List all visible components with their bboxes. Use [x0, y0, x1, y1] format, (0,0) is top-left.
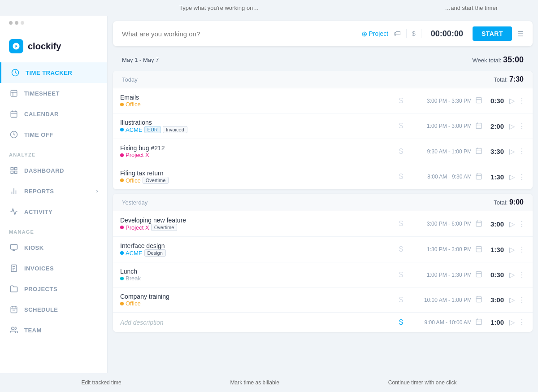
sidebar-label-activity: ACTIVITY: [24, 209, 52, 215]
calendar-icon-btn[interactable]: [475, 318, 482, 327]
sidebar-item-time-tracker[interactable]: TIME TRACKER: [0, 62, 107, 83]
sidebar-item-time-off[interactable]: TIME OFF: [0, 124, 107, 145]
sidebar-item-schedule[interactable]: SCHEDULE: [0, 299, 107, 320]
window-dot-2: [15, 21, 18, 25]
entry-project: Project X: [120, 152, 395, 158]
sidebar-item-calendar[interactable]: CALENDAR: [0, 104, 107, 124]
team-icon: [9, 325, 19, 335]
week-header: May 1 - May 7 Week total: 35:00: [113, 51, 533, 69]
entry-project: ACME EUR Invoiced: [120, 126, 395, 133]
calendar-icon-btn[interactable]: [475, 245, 482, 254]
more-icon[interactable]: ⋮: [518, 96, 525, 105]
billable-icon[interactable]: $: [399, 122, 403, 130]
play-icon[interactable]: ▷: [509, 96, 515, 105]
svg-rect-11: [11, 171, 13, 174]
play-icon[interactable]: ▷: [509, 173, 515, 181]
entry-time-range: 8:00 AM - 9:30 AM: [407, 174, 472, 180]
hint-edit-tracked: Edit tracked time: [81, 379, 121, 386]
hint-billable: Mark time as billable: [230, 379, 279, 386]
bottom-hints: Edit tracked time Mark time as billable …: [0, 373, 538, 392]
tag-overtime: Overtime: [143, 177, 169, 184]
sidebar-item-reports[interactable]: REPORTS ›: [0, 181, 107, 201]
divider-2: [421, 29, 421, 38]
week-range: May 1 - May 7: [122, 57, 159, 63]
timesheet-icon: [9, 88, 19, 98]
svg-rect-53: [476, 272, 482, 277]
tag-icon-button[interactable]: 🏷: [394, 30, 401, 38]
project-dot: [120, 153, 124, 157]
tag-invoiced: Invoiced: [163, 126, 187, 133]
billable-icon[interactable]: $: [399, 271, 403, 279]
project-name: Office: [126, 300, 141, 307]
more-icon[interactable]: ⋮: [518, 220, 525, 228]
more-icon[interactable]: ⋮: [518, 122, 525, 131]
sidebar-item-dashboard[interactable]: DASHBOARD: [0, 160, 107, 181]
entry-title-text: Lunch: [120, 268, 137, 275]
sidebar-label-kiosk: KIOSK: [24, 244, 44, 251]
entry-title: Add description: [120, 319, 395, 326]
sidebar-item-activity[interactable]: ACTIVITY: [0, 201, 107, 222]
more-icon[interactable]: ⋮: [518, 173, 525, 181]
sidebar-item-projects[interactable]: PROJECTS: [0, 279, 107, 299]
start-button[interactable]: START: [473, 26, 512, 41]
dashboard-icon: [9, 166, 19, 175]
play-icon[interactable]: ▷: [509, 270, 515, 279]
sidebar-label-time-tracker: TIME TRACKER: [26, 70, 72, 76]
logo: clockify: [0, 30, 107, 62]
calendar-icon-btn[interactable]: [475, 147, 482, 156]
logo-text: clockify: [28, 41, 61, 52]
calendar-icon-btn[interactable]: [475, 296, 482, 304]
calendar-icon-btn[interactable]: [475, 173, 482, 181]
play-icon[interactable]: ▷: [509, 245, 515, 254]
billable-icon[interactable]: $: [399, 173, 403, 181]
sidebar-item-timesheet[interactable]: TIMESHEET: [0, 83, 107, 104]
billable-icon[interactable]: $: [399, 296, 403, 304]
billable-icon[interactable]: $: [399, 245, 403, 253]
play-icon[interactable]: ▷: [509, 122, 515, 131]
svg-rect-10: [15, 167, 17, 170]
entry-desc: Company training Office: [120, 293, 395, 307]
entry-title-text: Filing tax return: [120, 170, 163, 177]
calendar-icon-btn[interactable]: [475, 122, 482, 131]
play-icon[interactable]: ▷: [509, 296, 515, 304]
billable-icon[interactable]: $: [399, 220, 403, 228]
billable-icon[interactable]: $: [399, 318, 403, 327]
billable-icon[interactable]: $: [399, 148, 403, 156]
calendar-icon-btn[interactable]: [475, 220, 482, 228]
svg-rect-41: [476, 174, 482, 179]
time-off-icon: [9, 130, 19, 139]
svg-rect-4: [11, 111, 17, 118]
sidebar-label-team: TEAM: [24, 327, 42, 334]
svg-rect-9: [11, 167, 13, 170]
billable-icon[interactable]: $: [399, 97, 403, 105]
entry-duration: 0:30: [486, 97, 504, 105]
calendar-icon-btn[interactable]: [475, 270, 482, 279]
sidebar-item-team[interactable]: TEAM: [0, 320, 107, 340]
main-content: ⊕ Project 🏷 $ 00:00:00 START ☰ May 1 - M…: [108, 16, 538, 373]
view-toggle-button[interactable]: ☰: [517, 30, 524, 38]
more-icon[interactable]: ⋮: [518, 296, 525, 304]
play-icon[interactable]: ▷: [509, 318, 515, 327]
sidebar-item-invoices[interactable]: INVOICES: [0, 258, 107, 279]
hint-start-timer: …and start the timer: [445, 4, 498, 11]
svg-rect-12: [15, 171, 17, 174]
project-button[interactable]: ⊕ Project: [361, 30, 389, 38]
add-description-placeholder[interactable]: Add description: [120, 319, 164, 326]
entry-project: Break: [120, 275, 395, 282]
entry-time-range: 3:00 PM - 3:30 PM: [407, 98, 472, 104]
timer-description-input[interactable]: [122, 30, 361, 38]
more-icon[interactable]: ⋮: [518, 245, 525, 254]
entry-desc: Interface design ACME Design: [120, 242, 395, 257]
project-btn-label: Project: [369, 30, 389, 37]
play-icon[interactable]: ▷: [509, 147, 515, 156]
svg-rect-37: [476, 148, 482, 154]
sidebar-item-kiosk[interactable]: KIOSK: [0, 237, 107, 258]
entry-duration: 2:00: [486, 122, 504, 130]
more-icon[interactable]: ⋮: [518, 318, 525, 327]
dollar-icon-button[interactable]: $: [412, 30, 416, 37]
more-icon[interactable]: ⋮: [518, 270, 525, 279]
play-icon[interactable]: ▷: [509, 220, 515, 228]
entry-title: Interface design: [120, 242, 395, 249]
calendar-icon-btn[interactable]: [475, 96, 482, 105]
more-icon[interactable]: ⋮: [518, 147, 525, 156]
